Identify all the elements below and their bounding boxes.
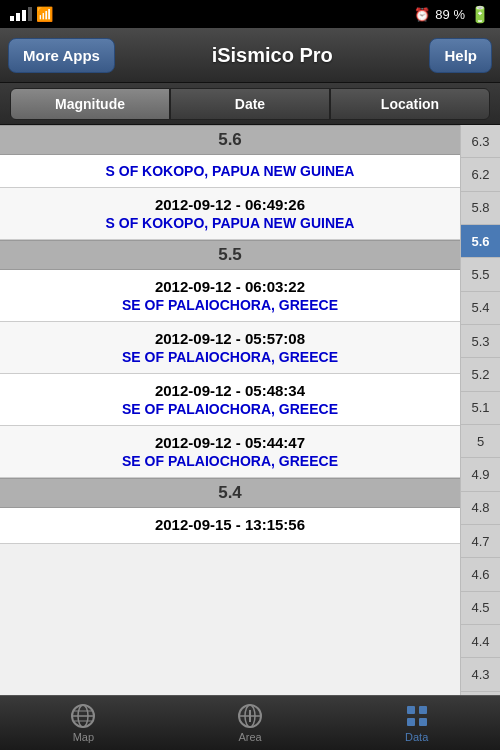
list-area: 5.6 S OF KOKOPO, PAPUA NEW GUINEA 2012-0… xyxy=(0,125,500,725)
mag-43[interactable]: 4.3 xyxy=(461,658,500,691)
help-button[interactable]: Help xyxy=(429,38,492,73)
tab-map-label: Map xyxy=(73,731,94,743)
mag-51[interactable]: 5.1 xyxy=(461,392,500,425)
nav-bar: More Apps iSismico Pro Help xyxy=(0,28,500,83)
mag-55[interactable]: 5.5 xyxy=(461,258,500,291)
mag-44[interactable]: 4.4 xyxy=(461,625,500,658)
list-item[interactable]: 2012-09-12 - 06:49:26 S OF KOKOPO, PAPUA… xyxy=(0,188,460,240)
bar4 xyxy=(28,7,32,21)
mag-48[interactable]: 4.8 xyxy=(461,492,500,525)
svg-rect-12 xyxy=(419,718,427,726)
mag-63[interactable]: 6.3 xyxy=(461,125,500,158)
svg-rect-11 xyxy=(407,718,415,726)
tab-date[interactable]: Date xyxy=(170,88,330,120)
tab-data-label: Data xyxy=(405,731,428,743)
mag-53[interactable]: 5.3 xyxy=(461,325,500,358)
more-apps-button[interactable]: More Apps xyxy=(8,38,115,73)
item-location: S OF KOKOPO, PAPUA NEW GUINEA xyxy=(106,215,355,231)
svg-rect-9 xyxy=(407,706,415,714)
signal-bars xyxy=(10,7,32,21)
globe-plus-icon xyxy=(237,703,263,729)
main-list: 5.6 S OF KOKOPO, PAPUA NEW GUINEA 2012-0… xyxy=(0,125,460,725)
tab-bar: Map Area Data xyxy=(0,695,500,750)
app-title: iSismico Pro xyxy=(212,44,333,67)
item-location: SE OF PALAIOCHORA, GREECE xyxy=(122,349,338,365)
mag-58[interactable]: 5.8 xyxy=(461,192,500,225)
status-left: 📶 xyxy=(10,6,53,22)
mag-54[interactable]: 5.4 xyxy=(461,292,500,325)
list-item[interactable]: 2012-09-15 - 13:15:56 xyxy=(0,508,460,544)
bar1 xyxy=(10,16,14,21)
bar2 xyxy=(16,13,20,21)
wifi-icon: 📶 xyxy=(36,6,53,22)
section-header-56: 5.6 xyxy=(0,125,460,155)
item-date: 2012-09-12 - 05:57:08 xyxy=(155,330,305,347)
alarm-icon: ⏰ xyxy=(414,7,430,22)
segment-control: Magnitude Date Location xyxy=(0,83,500,125)
list-item[interactable]: 2012-09-12 - 05:57:08 SE OF PALAIOCHORA,… xyxy=(0,322,460,374)
item-location: S OF KOKOPO, PAPUA NEW GUINEA xyxy=(106,163,355,179)
tab-location[interactable]: Location xyxy=(330,88,490,120)
data-grid-icon xyxy=(404,703,430,729)
globe-icon xyxy=(70,703,96,729)
item-date: 2012-09-12 - 06:49:26 xyxy=(155,196,305,213)
item-date: 2012-09-12 - 06:03:22 xyxy=(155,278,305,295)
list-item[interactable]: 2012-09-12 - 05:48:34 SE OF PALAIOCHORA,… xyxy=(0,374,460,426)
tab-map[interactable]: Map xyxy=(0,703,167,743)
mag-46[interactable]: 4.6 xyxy=(461,558,500,591)
side-magnitude-bar: 6.3 6.2 5.8 5.6 5.5 5.4 5.3 5.2 5.1 5 4.… xyxy=(460,125,500,725)
mag-49[interactable]: 4.9 xyxy=(461,458,500,491)
list-item[interactable]: S OF KOKOPO, PAPUA NEW GUINEA xyxy=(0,155,460,188)
svg-rect-10 xyxy=(419,706,427,714)
item-location: SE OF PALAIOCHORA, GREECE xyxy=(122,297,338,313)
item-location: SE OF PALAIOCHORA, GREECE xyxy=(122,453,338,469)
mag-47[interactable]: 4.7 xyxy=(461,525,500,558)
item-date: 2012-09-12 - 05:44:47 xyxy=(155,434,305,451)
item-location: SE OF PALAIOCHORA, GREECE xyxy=(122,401,338,417)
tab-area[interactable]: Area xyxy=(167,703,334,743)
list-item[interactable]: 2012-09-12 - 06:03:22 SE OF PALAIOCHORA,… xyxy=(0,270,460,322)
tab-data[interactable]: Data xyxy=(333,703,500,743)
tab-magnitude[interactable]: Magnitude xyxy=(10,88,170,120)
bar3 xyxy=(22,10,26,21)
tab-area-label: Area xyxy=(238,731,261,743)
mag-62[interactable]: 6.2 xyxy=(461,158,500,191)
mag-45[interactable]: 4.5 xyxy=(461,592,500,625)
mag-56[interactable]: 5.6 xyxy=(461,225,500,258)
item-date: 2012-09-15 - 13:15:56 xyxy=(155,516,305,533)
battery-text: 89 % xyxy=(435,7,465,22)
mag-52[interactable]: 5.2 xyxy=(461,358,500,391)
item-date: 2012-09-12 - 05:48:34 xyxy=(155,382,305,399)
status-right: ⏰ 89 % 🔋 xyxy=(414,5,490,24)
list-item[interactable]: 2012-09-12 - 05:44:47 SE OF PALAIOCHORA,… xyxy=(0,426,460,478)
section-header-54: 5.4 xyxy=(0,478,460,508)
mag-5[interactable]: 5 xyxy=(461,425,500,458)
status-bar: 📶 ⏰ 89 % 🔋 xyxy=(0,0,500,28)
section-header-55: 5.5 xyxy=(0,240,460,270)
battery-icon: 🔋 xyxy=(470,5,490,24)
